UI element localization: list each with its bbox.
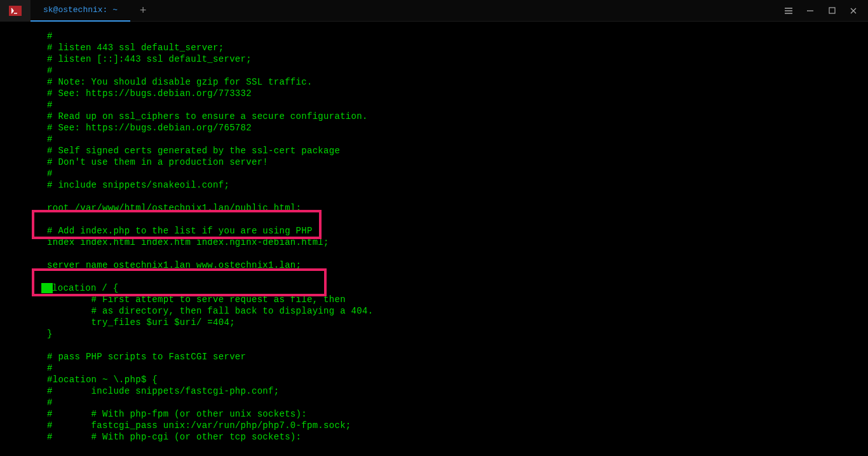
config-line-server-name: server_name ostechnix1.lan www.ostechnix…: [0, 259, 868, 271]
svg-rect-0: [829, 8, 835, 13]
tab-title: sk@ostechnix: ~: [43, 5, 118, 15]
config-line: # Don't use them in a production server!: [0, 156, 868, 168]
config-line: # See: https://bugs.debian.org/773332: [0, 88, 868, 99]
config-line: # First attempt to serve request as file…: [0, 294, 868, 305]
terminal-content[interactable]: # # listen 443 ssl default_server; # lis…: [0, 22, 868, 443]
maximize-button[interactable]: [826, 5, 837, 17]
config-line: index index.html index.htm index.nginx-d…: [0, 237, 868, 248]
config-line: [0, 214, 868, 225]
app-icon: [0, 0, 31, 22]
config-line: # include snippets/snakeoil.conf;: [0, 179, 868, 191]
config-line-cursor: location / {: [0, 282, 868, 294]
config-line: # Add index.php to the list if you are u…: [0, 225, 868, 237]
config-line: #: [0, 65, 868, 76]
window-controls: [783, 0, 868, 22]
config-line: [0, 248, 868, 259]
config-line: # fastcgi_pass unix:/var/run/php/php7.0-…: [0, 420, 868, 431]
config-line: # Note: You should disable gzip for SSL …: [0, 76, 868, 88]
config-line: # include snippets/fastcgi-php.conf;: [0, 385, 868, 397]
titlebar: sk@ostechnix: ~ +: [0, 0, 868, 22]
config-line: #: [0, 168, 868, 179]
config-line: [0, 191, 868, 202]
config-line: #location ~ \.php$ {: [0, 374, 868, 385]
config-line-root: root /var/www/html/ostechnix1.lan/public…: [0, 202, 868, 214]
config-line: # Self signed certs generated by the ssl…: [0, 145, 868, 156]
close-button[interactable]: [848, 5, 859, 17]
config-line: # listen [::]:443 ssl default_server;: [0, 53, 868, 65]
terminal-tab[interactable]: sk@ostechnix: ~: [31, 0, 130, 22]
config-line: #: [0, 397, 868, 408]
config-line: # as directory, then fall back to displa…: [0, 305, 868, 317]
config-line: #: [0, 363, 868, 374]
minimize-button[interactable]: [804, 5, 816, 17]
config-line: #: [0, 99, 868, 111]
config-line: # # With php-cgi (or other tcp sockets):: [0, 431, 868, 443]
config-line: # listen 443 ssl default_server;: [0, 42, 868, 53]
config-line: # Read up on ssl_ciphers to ensure a sec…: [0, 111, 868, 122]
config-line: [0, 271, 868, 282]
hamburger-menu-icon[interactable]: [783, 5, 794, 17]
config-line: # # With php-fpm (or other unix sockets)…: [0, 408, 868, 420]
config-line: # See: https://bugs.debian.org/765782: [0, 122, 868, 134]
config-line: #: [0, 134, 868, 145]
config-line: # pass PHP scripts to FastCGI server: [0, 351, 868, 363]
new-tab-button[interactable]: +: [130, 0, 156, 22]
config-line: [0, 340, 868, 351]
config-line: try_files $uri $uri/ =404;: [0, 317, 868, 328]
config-line: #: [0, 31, 868, 42]
config-line: }: [0, 328, 868, 340]
